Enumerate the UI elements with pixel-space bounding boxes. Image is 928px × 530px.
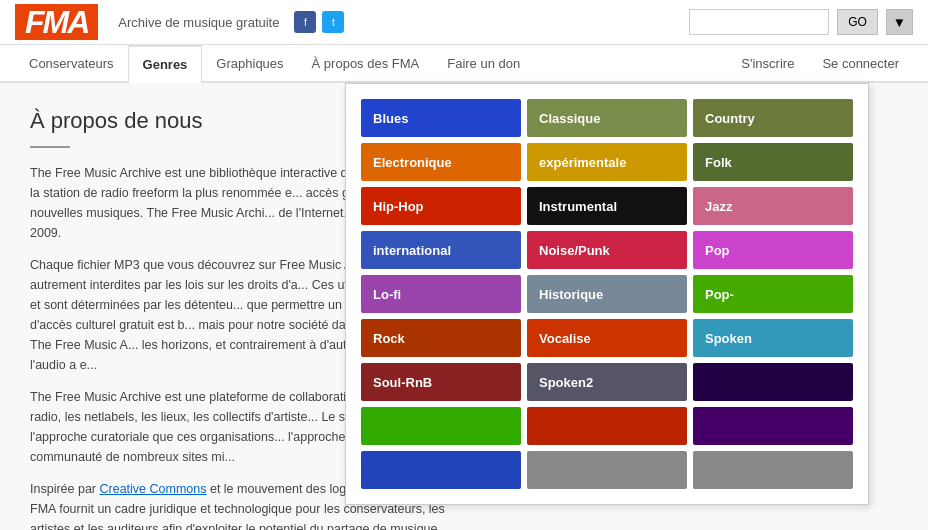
- search-input[interactable]: [689, 9, 829, 35]
- dropdown-arrow-button[interactable]: ▼: [886, 9, 913, 35]
- genre-pill-Classique[interactable]: Classique: [527, 99, 687, 137]
- genres-dropdown: BluesClassiqueCountryElectroniqueexpérim…: [345, 83, 869, 505]
- genre-pill-Noise/Punk[interactable]: Noise/Punk: [527, 231, 687, 269]
- genre-pill-Vocalise[interactable]: Vocalise: [527, 319, 687, 357]
- genre-pill-Folk[interactable]: Folk: [693, 143, 853, 181]
- genre-pill-21[interactable]: [361, 407, 521, 445]
- genre-pill-Instrumental[interactable]: Instrumental: [527, 187, 687, 225]
- genre-pill-24[interactable]: [361, 451, 521, 489]
- nav-item-inscrire[interactable]: S'inscrire: [727, 44, 808, 82]
- genre-pill-Pop[interactable]: Pop: [693, 231, 853, 269]
- nav-item-apropos[interactable]: À propos des FMA: [298, 44, 434, 82]
- nav-right: S'inscrire Se connecter: [727, 44, 913, 82]
- header-right: GO ▼: [689, 9, 913, 35]
- twitter-icon[interactable]: t: [322, 11, 344, 33]
- genre-pill-expérimentale[interactable]: expérimentale: [527, 143, 687, 181]
- genre-pill-Hip-Hop[interactable]: Hip-Hop: [361, 187, 521, 225]
- genre-pill-Lo-fi[interactable]: Lo-fi: [361, 275, 521, 313]
- genre-pill-26[interactable]: [693, 451, 853, 489]
- header: FMA Archive de musique gratuite f t GO ▼: [0, 0, 928, 45]
- genre-pill-25[interactable]: [527, 451, 687, 489]
- logo-block: FMA: [15, 4, 98, 40]
- genre-pill-Pop-[interactable]: Pop-: [693, 275, 853, 313]
- social-icons: f t: [294, 11, 344, 33]
- nav-item-conservateurs[interactable]: Conservateurs: [15, 44, 128, 82]
- genre-pill-Spoken2[interactable]: Spoken2: [527, 363, 687, 401]
- genre-pill-Spoken[interactable]: Spoken: [693, 319, 853, 357]
- header-center: Archive de musique gratuite f t: [118, 11, 689, 33]
- genre-pill-Country[interactable]: Country: [693, 99, 853, 137]
- genre-pill-Blues[interactable]: Blues: [361, 99, 521, 137]
- genre-pill-Soul-RnB[interactable]: Soul-RnB: [361, 363, 521, 401]
- facebook-icon[interactable]: f: [294, 11, 316, 33]
- genre-pill-Jazz[interactable]: Jazz: [693, 187, 853, 225]
- nav: Conservateurs Genres Graphiques À propos…: [0, 45, 928, 83]
- site-title: Archive de musique gratuite: [118, 15, 279, 30]
- genre-pill-20[interactable]: [693, 363, 853, 401]
- nav-item-graphiques[interactable]: Graphiques: [202, 44, 297, 82]
- logo: FMA: [15, 4, 98, 40]
- genre-pill-22[interactable]: [527, 407, 687, 445]
- title-divider: [30, 146, 70, 148]
- genre-pill-international[interactable]: international: [361, 231, 521, 269]
- genre-pill-23[interactable]: [693, 407, 853, 445]
- genre-pill-Historique[interactable]: Historique: [527, 275, 687, 313]
- nav-item-connecter[interactable]: Se connecter: [808, 44, 913, 82]
- genre-pill-Rock[interactable]: Rock: [361, 319, 521, 357]
- nav-item-faireunedon[interactable]: Faire un don: [433, 44, 534, 82]
- nav-item-genres[interactable]: Genres: [128, 45, 203, 83]
- genre-pill-Electronique[interactable]: Electronique: [361, 143, 521, 181]
- go-button[interactable]: GO: [837, 9, 878, 35]
